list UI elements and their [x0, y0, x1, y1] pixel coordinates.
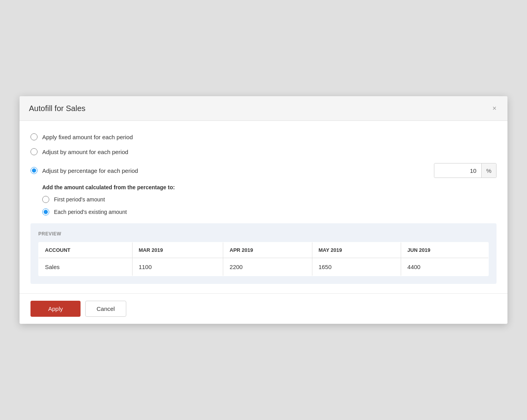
- dialog-footer: Apply Cancel: [20, 293, 507, 324]
- first-period-radio[interactable]: [42, 196, 49, 203]
- fixed-amount-label: Apply fixed amount for each period: [42, 134, 133, 140]
- header-row: ACCOUNT MAR 2019 APR 2019 MAY 2019 JUN 2…: [39, 242, 489, 258]
- cell-may: 1650: [312, 258, 401, 276]
- first-period-option[interactable]: First period's amount: [42, 196, 497, 203]
- fixed-amount-option[interactable]: Apply fixed amount for each period: [30, 133, 497, 140]
- percentage-input-group: %: [434, 163, 497, 178]
- dialog-body: Apply fixed amount for each period Adjus…: [20, 121, 507, 293]
- sub-options-section: Add the amount calculated from the perce…: [42, 184, 497, 215]
- dialog-title: Autofill for Sales: [29, 104, 86, 113]
- preview-table-body: Sales 1100 2200 1650 4400: [39, 258, 489, 276]
- each-period-radio[interactable]: [42, 208, 49, 215]
- fixed-amount-radio[interactable]: [30, 133, 38, 140]
- col-jun2019: JUN 2019: [401, 242, 489, 258]
- each-period-option[interactable]: Each period's existing amount: [42, 208, 497, 215]
- adjust-amount-option[interactable]: Adjust by amount for each period: [30, 148, 497, 155]
- cell-apr: 2200: [223, 258, 312, 276]
- table-row: Sales 1100 2200 1650 4400: [39, 258, 489, 276]
- apply-button[interactable]: Apply: [30, 301, 81, 317]
- cell-account: Sales: [39, 258, 133, 276]
- col-may2019: MAY 2019: [312, 242, 401, 258]
- first-period-label: First period's amount: [54, 196, 105, 203]
- cell-mar: 1100: [132, 258, 223, 276]
- adjust-percentage-label: Adjust by percentage for each period: [42, 167, 138, 174]
- cancel-button[interactable]: Cancel: [85, 301, 126, 317]
- adjust-percentage-row: Adjust by percentage for each period %: [30, 163, 497, 178]
- preview-table-header: ACCOUNT MAR 2019 APR 2019 MAY 2019 JUN 2…: [39, 242, 489, 258]
- col-account: ACCOUNT: [39, 242, 133, 258]
- close-button[interactable]: ×: [491, 103, 498, 113]
- adjust-amount-label: Adjust by amount for each period: [42, 149, 128, 155]
- each-period-label: Each period's existing amount: [54, 209, 127, 215]
- autofill-dialog: Autofill for Sales × Apply fixed amount …: [20, 96, 507, 324]
- percentage-symbol: %: [481, 163, 496, 178]
- preview-section: PREVIEW ACCOUNT MAR 2019 APR 2019 MAY 20…: [30, 223, 497, 284]
- percentage-input[interactable]: [434, 163, 481, 178]
- col-apr2019: APR 2019: [223, 242, 312, 258]
- adjust-percentage-radio[interactable]: [30, 167, 38, 174]
- preview-label: PREVIEW: [38, 231, 489, 237]
- sub-section-label: Add the amount calculated from the perce…: [42, 184, 497, 190]
- dialog-header: Autofill for Sales ×: [20, 96, 507, 121]
- preview-table: ACCOUNT MAR 2019 APR 2019 MAY 2019 JUN 2…: [38, 242, 489, 276]
- col-mar2019: MAR 2019: [132, 242, 223, 258]
- adjust-amount-radio[interactable]: [30, 148, 38, 155]
- adjust-percentage-option[interactable]: Adjust by percentage for each period: [30, 167, 138, 174]
- cell-jun: 4400: [401, 258, 489, 276]
